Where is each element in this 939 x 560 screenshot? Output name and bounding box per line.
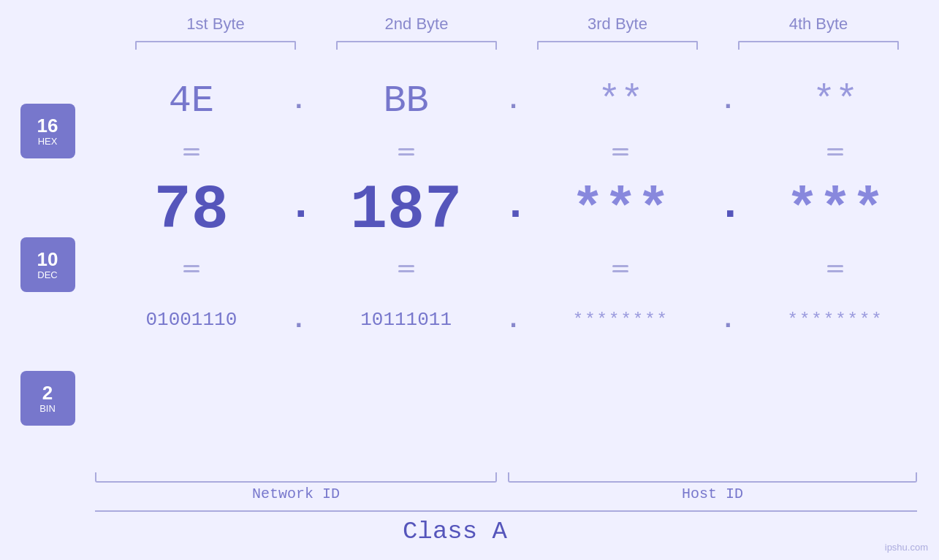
dot-dec-2: . [503,194,525,227]
dec-badge-num: 10 [37,249,58,270]
dec-b3-value: *** [571,180,670,242]
dec-b2: 187 [310,175,503,246]
bin-badge: 2 BIN [20,371,75,426]
dot-dec-3: . [717,194,739,227]
dec-b4-value: *** [786,180,885,242]
equals-row-2 [95,254,932,283]
eq-sign-6 [398,265,414,272]
bracket-line-2 [336,41,497,50]
hex-b3-value: ** [598,80,643,123]
byte-header-2: 2nd Byte [316,15,517,34]
bin-b3: ******** [525,310,718,330]
class-a-underline [95,510,917,512]
eq-sign-2 [398,148,414,156]
bin-b4: ******** [739,310,932,330]
bin-badge-label: BIN [39,403,56,414]
dec-badge-label: DEC [37,269,57,280]
bracket-cell-1 [115,41,316,50]
bin-row: 01001110 . 10111011 . ******** . *******… [95,283,932,356]
bin-badge-num: 2 [42,383,53,404]
bracket-cell-3 [517,41,718,50]
hex-badge-label: HEX [38,136,58,147]
bin-b2: 10111011 [310,309,503,331]
dot-hex-2: . [503,86,525,116]
eq-sign-1 [183,148,199,156]
dot-bin-1: . [288,305,310,335]
bracket-line-1 [135,41,296,50]
bin-b4-value: ******** [788,310,883,330]
dec-b2-value: 187 [350,175,462,246]
eq-sign-5 [183,265,199,272]
dec-row: 78 . 187 . *** . *** [95,166,932,254]
bin-b2-value: 10111011 [360,309,452,331]
bottom-section: Network ID Host ID Class A [0,472,939,560]
hex-b1-value: 4E [169,80,214,123]
bin-b1: 01001110 [95,309,288,331]
hex-b4: ** [739,80,932,123]
bin-b1-value: 01001110 [145,309,237,331]
dec-b1-value: 78 [154,175,229,246]
eq1-b4 [739,148,932,156]
byte-headers: 1st Byte 2nd Byte 3rd Byte 4th Byte [115,15,919,34]
dec-b3: *** [525,180,718,242]
bracket-cell-4 [718,41,919,50]
eq2-b1 [95,265,288,272]
eq-sign-8 [827,265,843,272]
eq1-b3 [525,148,718,156]
eq2-b3 [525,265,718,272]
network-id-label: Network ID [95,486,497,502]
main-container: 1st Byte 2nd Byte 3rd Byte 4th Byte 16 H… [0,0,939,560]
eq2-b2 [310,265,503,272]
watermark: ipshu.com [885,542,928,553]
dot-bin-3: . [717,305,739,335]
hex-b3: ** [525,80,718,123]
hex-b2-value: BB [383,80,428,123]
byte-header-4: 4th Byte [718,15,919,34]
eq-sign-4 [827,148,843,156]
bracket-line-4 [738,41,899,50]
bracket-cell-2 [316,41,517,50]
bytes-columns: 4E . BB . ** . ** [95,64,939,472]
hex-b4-value: ** [813,80,858,123]
hex-b2: BB [310,80,503,123]
dec-b4: *** [739,180,932,242]
eq1-b2 [310,148,503,156]
class-a-label: Class A [0,518,910,545]
bracket-bottom-network [95,472,497,483]
bracket-line-3 [537,41,698,50]
hex-b1: 4E [95,80,288,123]
hex-badge-num: 16 [37,115,58,137]
eq-sign-3 [612,148,628,156]
hex-row: 4E . BB . ** . ** [95,64,932,137]
equals-row-1 [95,137,932,166]
host-id-label: Host ID [508,486,917,502]
labels-column: 16 HEX 10 DEC 2 BIN [0,64,95,472]
dec-b1: 78 [95,175,288,246]
dot-bin-2: . [503,305,525,335]
dot-hex-3: . [717,86,739,116]
byte-header-3: 3rd Byte [517,15,718,34]
bin-b3-value: ******** [573,310,669,330]
bracket-bottom-host [508,472,917,483]
eq2-b4 [739,265,932,272]
byte-header-1: 1st Byte [115,15,316,34]
content-area: 16 HEX 10 DEC 2 BIN 4E . BB [0,64,939,472]
eq1-b1 [95,148,288,156]
top-brackets [115,41,919,50]
dot-hex-1: . [288,86,310,116]
dec-badge: 10 DEC [20,237,75,292]
hex-badge: 16 HEX [20,104,75,158]
eq-sign-7 [612,265,628,272]
dot-dec-1: . [288,194,310,227]
